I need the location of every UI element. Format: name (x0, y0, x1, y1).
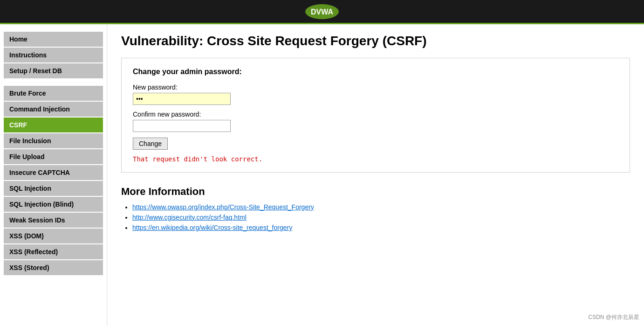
more-info-title: More Information (121, 186, 630, 198)
content-area: Vulnerability: Cross Site Request Forger… (107, 24, 644, 326)
sidebar-item-sql-injection-blind[interactable]: SQL Injection (Blind) (4, 197, 103, 212)
logo-svg: DVWA (303, 2, 341, 21)
sidebar-item-command-injection[interactable]: Command Injection (4, 102, 103, 117)
more-info-link-0[interactable]: https://www.owasp.org/index.php/Cross-Si… (132, 203, 314, 211)
sidebar-item-csrf[interactable]: CSRF (4, 118, 103, 132)
sidebar-item-file-upload[interactable]: File Upload (4, 149, 103, 164)
more-info-link-1[interactable]: http://www.cgisecurity.com/csrf-faq.html (132, 214, 247, 221)
csrf-form-box: Change your admin password: New password… (121, 58, 630, 173)
sidebar-item-brute-force[interactable]: Brute Force (4, 86, 103, 101)
sidebar-item-insecure-captcha[interactable]: Insecure CAPTCHA (4, 165, 103, 180)
sidebar-item-sql-injection[interactable]: SQL Injection (4, 181, 103, 196)
main-layout: HomeInstructionsSetup / Reset DB Brute F… (0, 24, 644, 326)
new-password-label: New password: (133, 83, 618, 91)
watermark: CSDN @何亦北辰星 (588, 313, 639, 321)
sidebar-top-group: HomeInstructionsSetup / Reset DB (0, 32, 107, 78)
confirm-password-input[interactable] (133, 120, 231, 132)
sidebar: HomeInstructionsSetup / Reset DB Brute F… (0, 24, 107, 326)
form-box-title: Change your admin password: (133, 68, 618, 76)
change-button[interactable]: Change (133, 138, 168, 150)
more-info-list-item: https://en.wikipedia.org/wiki/Cross-site… (132, 224, 630, 231)
sidebar-vuln-group: Brute ForceCommand InjectionCSRFFile Inc… (0, 86, 107, 275)
more-info-list-item: http://www.cgisecurity.com/csrf-faq.html (132, 214, 630, 221)
sidebar-item-xss-stored[interactable]: XSS (Stored) (4, 260, 103, 275)
error-message: That request didn't look correct. (133, 155, 618, 163)
confirm-password-label: Confirm new password: (133, 111, 618, 118)
more-info-list: https://www.owasp.org/index.php/Cross-Si… (121, 203, 630, 231)
sidebar-item-home[interactable]: Home (4, 32, 103, 47)
svg-text:DVWA: DVWA (311, 8, 333, 16)
sidebar-item-weak-session-ids[interactable]: Weak Session IDs (4, 213, 103, 228)
new-password-input[interactable] (133, 93, 231, 105)
more-info-link-2[interactable]: https://en.wikipedia.org/wiki/Cross-site… (132, 224, 292, 231)
more-info-list-item: https://www.owasp.org/index.php/Cross-Si… (132, 203, 630, 211)
sidebar-item-setup[interactable]: Setup / Reset DB (4, 63, 103, 78)
sidebar-item-xss-reflected[interactable]: XSS (Reflected) (4, 244, 103, 259)
sidebar-item-file-inclusion[interactable]: File Inclusion (4, 133, 103, 148)
logo: DVWA (303, 2, 341, 21)
sidebar-item-instructions[interactable]: Instructions (4, 48, 103, 62)
sidebar-item-xss-dom[interactable]: XSS (DOM) (4, 229, 103, 243)
page-title: Vulnerability: Cross Site Request Forger… (121, 34, 630, 49)
more-info-section: More Information https://www.owasp.org/i… (121, 186, 630, 231)
top-bar: DVWA (0, 0, 644, 24)
